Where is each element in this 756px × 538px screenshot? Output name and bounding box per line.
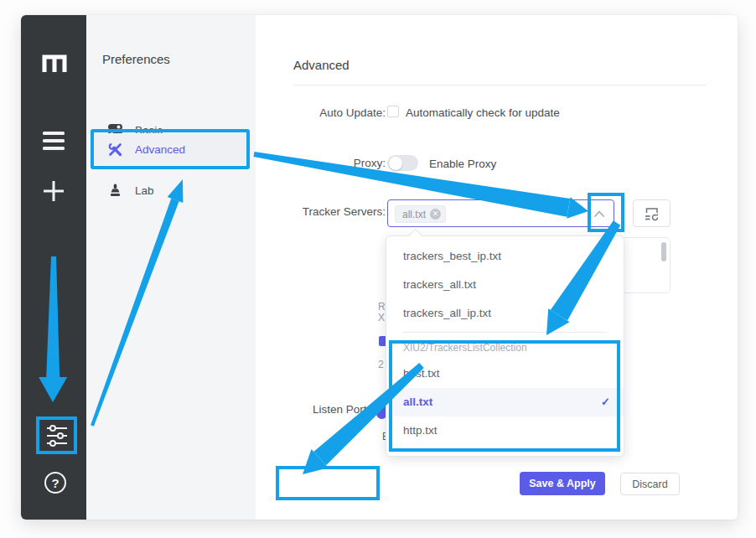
lab-stamp-icon: [108, 184, 122, 198]
save-apply-button[interactable]: Save & Apply: [520, 472, 605, 495]
task-list-icon[interactable]: [42, 129, 65, 153]
proxy-label: Proxy:: [251, 157, 386, 169]
listen-ports-label: Listen Ports:: [241, 403, 375, 416]
highlight-box-dropdown-group: [389, 340, 620, 452]
highlight-box-chevron: [588, 193, 624, 232]
help-icon[interactable]: ?: [44, 472, 66, 494]
auto-update-label: Auto Update:: [251, 106, 386, 119]
occluded-text-fragment: R: [378, 301, 386, 313]
pane-title: Advanced: [293, 58, 350, 72]
discard-button[interactable]: Discard: [620, 473, 680, 495]
preferences-window: ? Preferences Basic Advanced: [21, 15, 738, 520]
occluded-text-fragment: X: [378, 312, 385, 323]
nav-item-lab[interactable]: Lab: [94, 174, 248, 206]
title-divider: [293, 85, 707, 85]
dropdown-option[interactable]: trackers_all.txt: [386, 271, 624, 299]
auto-update-checkbox-label[interactable]: Automatically check for update: [406, 106, 560, 119]
auto-update-checkbox[interactable]: [387, 106, 399, 117]
tracker-tag: all.txt ✕: [395, 205, 446, 223]
highlight-box-advanced: [91, 129, 250, 169]
tracker-tag-label: all.txt: [402, 209, 426, 220]
sync-trackers-button[interactable]: [633, 199, 671, 227]
dropdown-option[interactable]: trackers_best_ip.txt: [386, 242, 624, 271]
add-task-icon[interactable]: [42, 179, 65, 203]
preferences-title: Preferences: [102, 52, 170, 66]
dropdown-option[interactable]: trackers_all_ip.txt: [386, 299, 624, 328]
textarea-scrollbar[interactable]: [661, 242, 666, 261]
proxy-toggle[interactable]: [387, 155, 418, 171]
highlight-box-save: [276, 466, 380, 500]
motrix-logo-icon: [40, 50, 69, 75]
preferences-nav: Preferences Basic Advanced: [86, 15, 256, 520]
highlight-box-settings-icon: [36, 416, 77, 454]
tracker-servers-select[interactable]: all.txt ✕: [387, 199, 614, 227]
nav-label-lab: Lab: [135, 184, 154, 197]
tracker-servers-label: Tracker Servers:: [251, 205, 386, 218]
dropdown-divider: [403, 332, 607, 333]
occluded-text-fragment: 2: [378, 359, 384, 370]
sync-trackers-icon: [643, 205, 660, 222]
tag-remove-icon[interactable]: ✕: [430, 209, 441, 220]
proxy-toggle-label: Enable Proxy: [429, 158, 496, 170]
